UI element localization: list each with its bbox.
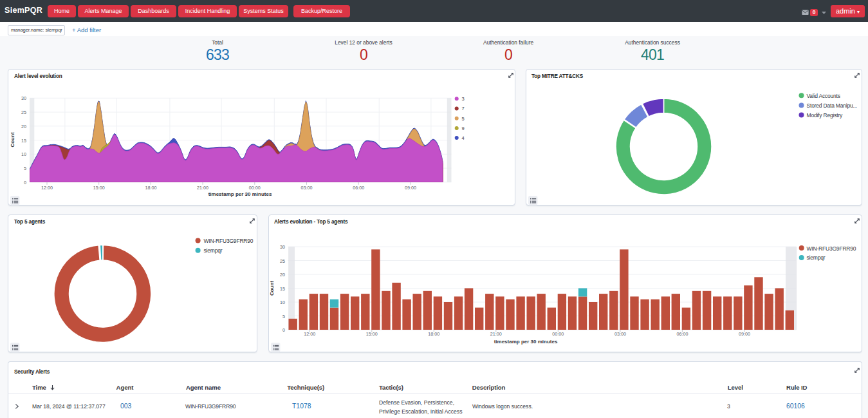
svg-text:timestamp per 30 minutes: timestamp per 30 minutes (494, 338, 557, 344)
svg-text:10: 10 (21, 151, 26, 157)
svg-text:30: 30 (280, 244, 285, 250)
svg-text:WIN-RFU3G9FRR90: WIN-RFU3G9FRR90 (806, 245, 856, 251)
svg-text:5: 5 (462, 116, 465, 122)
svg-text:Stored Data Manipu...: Stored Data Manipu... (806, 102, 856, 109)
svg-text:06:00: 06:00 (676, 330, 688, 336)
svg-text:15:00: 15:00 (93, 185, 105, 191)
svg-text:5: 5 (282, 313, 285, 319)
svg-text:21:00: 21:00 (197, 185, 208, 191)
svg-text:Count: Count (269, 280, 275, 295)
svg-text:15:00: 15:00 (365, 330, 377, 336)
svg-text:siempqr: siempqr (204, 247, 223, 254)
svg-text:30: 30 (21, 95, 26, 101)
svg-text:5: 5 (24, 166, 26, 171)
svg-text:10: 10 (280, 299, 285, 305)
svg-text:21:00: 21:00 (490, 330, 501, 336)
svg-text:12:00: 12:00 (41, 185, 53, 191)
svg-text:25: 25 (21, 109, 26, 115)
svg-text:0: 0 (282, 327, 285, 333)
svg-text:0: 0 (24, 180, 26, 185)
svg-text:WIN-RFU3G9FRR90: WIN-RFU3G9FRR90 (204, 237, 254, 243)
svg-text:7: 7 (462, 106, 465, 111)
svg-text:20: 20 (280, 272, 285, 278)
svg-text:25: 25 (280, 258, 285, 263)
svg-text:00:00: 00:00 (552, 330, 564, 336)
svg-text:3: 3 (462, 96, 465, 102)
svg-text:18:00: 18:00 (145, 185, 156, 191)
svg-text:00:00: 00:00 (249, 185, 261, 191)
svg-text:timestamp per 30 minutes: timestamp per 30 minutes (208, 191, 272, 197)
svg-text:09:00: 09:00 (738, 330, 750, 336)
svg-text:15: 15 (21, 138, 26, 144)
svg-text:18:00: 18:00 (428, 330, 439, 336)
svg-text:9: 9 (462, 126, 465, 131)
svg-text:siempqr: siempqr (806, 254, 825, 261)
svg-text:Valid Accounts: Valid Accounts (806, 93, 840, 99)
svg-text:06:00: 06:00 (353, 185, 364, 191)
svg-text:03:00: 03:00 (614, 330, 625, 336)
svg-text:Count: Count (10, 132, 15, 147)
svg-text:4: 4 (462, 135, 465, 141)
svg-text:09:00: 09:00 (405, 185, 416, 191)
svg-text:20: 20 (21, 124, 26, 129)
svg-text:Modify Registry: Modify Registry (806, 112, 843, 119)
svg-text:03:00: 03:00 (301, 185, 313, 191)
svg-text:15: 15 (280, 285, 285, 291)
svg-text:12:00: 12:00 (304, 330, 315, 336)
